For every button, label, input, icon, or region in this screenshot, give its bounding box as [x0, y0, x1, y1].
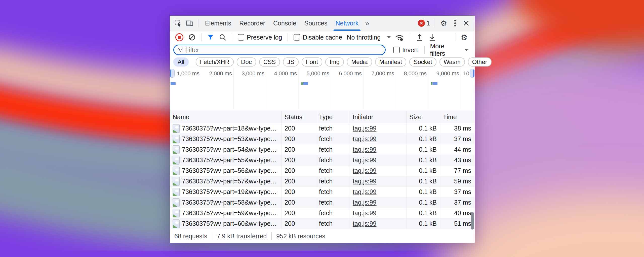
divider [288, 33, 288, 41]
timeline-right-handle[interactable] [470, 69, 475, 78]
network-activity-marker [431, 82, 437, 85]
tab-sources[interactable]: Sources [300, 16, 332, 31]
invert-checkbox[interactable] [393, 47, 400, 53]
column-header-status[interactable]: Status [282, 111, 316, 123]
chip-fetch-xhr[interactable]: Fetch/XHR [196, 57, 234, 67]
table-row[interactable]: 73630375?wv-part=57&wv-type… 200 fetch t… [170, 176, 475, 187]
timeline-tick: 6,000 ms [363, 68, 364, 109]
timeline-tick: 3,000 ms [266, 68, 266, 109]
resource-file-icon [173, 188, 180, 196]
preserve-log-checkbox[interactable] [238, 34, 244, 41]
export-har-icon[interactable] [426, 34, 438, 41]
import-har-icon[interactable] [414, 34, 425, 41]
kebab-menu-icon[interactable] [451, 19, 460, 27]
preserve-log-toggle[interactable]: Preserve log [238, 34, 282, 41]
network-overview-timeline[interactable]: 1,000 ms 2,000 ms 3,000 ms 4,000 ms 5,00… [170, 68, 475, 111]
initiator-link[interactable]: tag.js:99 [353, 135, 377, 143]
error-count-badge[interactable]: ✕ 1 [418, 20, 430, 27]
table-row[interactable]: 73630375?wv-part=59&wv-type… 200 fetch t… [170, 208, 475, 218]
table-row[interactable]: 73630375?wv-part=60&wv-type… 200 fetch t… [170, 218, 475, 229]
timeline-tick: 4,000 ms [298, 68, 299, 109]
network-conditions-icon[interactable] [393, 33, 406, 41]
disable-cache-checkbox[interactable] [294, 34, 300, 41]
inspect-element-icon[interactable] [172, 16, 184, 31]
initiator-link[interactable]: tag.js:99 [353, 178, 377, 185]
tab-network[interactable]: Network [332, 16, 363, 31]
table-row[interactable]: 73630375?wv-part=54&wv-type… 200 fetch t… [170, 144, 475, 155]
table-row[interactable]: 73630375?wv-part=18&wv-type… 200 fetch t… [170, 123, 475, 134]
filter-funnel-icon[interactable] [205, 34, 216, 41]
clear-network-log-icon[interactable] [186, 34, 197, 41]
initiator-link[interactable]: tag.js:99 [353, 156, 377, 164]
filter-input[interactable] [185, 46, 385, 54]
close-icon[interactable] [461, 20, 471, 26]
table-row[interactable]: 73630375?wv-part=58&wv-type… 200 fetch t… [170, 197, 475, 208]
chip-img[interactable]: Img [325, 57, 344, 67]
column-header-time[interactable]: Time [440, 111, 475, 123]
chip-socket[interactable]: Socket [409, 57, 436, 67]
resource-file-icon [173, 177, 180, 186]
chip-css[interactable]: CSS [259, 57, 280, 67]
device-toolbar-icon[interactable] [184, 16, 195, 31]
resource-file-icon [173, 167, 180, 175]
more-filters-label: More filters [430, 43, 461, 57]
transferred-size: 7.9 kB transferred [217, 233, 267, 240]
tab-console[interactable]: Console [269, 16, 300, 31]
tab-recorder[interactable]: Recorder [235, 16, 269, 31]
network-settings-gear-icon[interactable]: ⚙ [459, 33, 470, 42]
initiator-link[interactable]: tag.js:99 [353, 146, 377, 153]
initiator-link[interactable]: tag.js:99 [353, 199, 377, 206]
settings-gear-icon[interactable]: ⚙ [438, 19, 449, 28]
timeline-tick: 7,000 ms [396, 68, 396, 109]
resource-file-icon [173, 198, 180, 207]
devtools-tab-bar: Elements Recorder Console Sources Networ… [170, 16, 475, 31]
chip-media[interactable]: Media [347, 57, 372, 67]
column-header-size[interactable]: Size [407, 111, 440, 123]
chip-all[interactable]: All [173, 57, 189, 67]
column-header-initiator[interactable]: Initiator [350, 111, 407, 123]
chip-font[interactable]: Font [302, 57, 322, 67]
table-row[interactable]: 73630375?wv-part=55&wv-type… 200 fetch t… [170, 155, 475, 166]
chip-other[interactable]: Other [468, 57, 492, 67]
chip-manifest[interactable]: Manifest [375, 57, 407, 67]
divider [198, 19, 198, 27]
timeline-left-handle[interactable] [170, 69, 175, 78]
divider [212, 232, 212, 240]
column-header-type[interactable]: Type [316, 111, 350, 123]
disable-cache-toggle[interactable]: Disable cache [294, 34, 342, 41]
more-filters-dropdown[interactable]: More filters [430, 43, 468, 57]
chip-js[interactable]: JS [283, 57, 299, 67]
resources-size: 952 kB resources [276, 233, 325, 240]
timeline-tick: 1,000 ms [201, 68, 201, 109]
initiator-link[interactable]: tag.js:99 [353, 167, 377, 174]
column-header-name[interactable]: Name [170, 111, 282, 123]
preserve-log-label: Preserve log [247, 34, 282, 41]
throttling-dropdown[interactable]: No throttling [347, 34, 391, 41]
invert-toggle[interactable]: Invert [393, 46, 418, 54]
error-count: 1 [426, 20, 430, 27]
chip-doc[interactable]: Doc [237, 57, 256, 67]
divider [434, 19, 434, 27]
initiator-link[interactable]: tag.js:99 [353, 125, 377, 132]
resource-file-icon [173, 209, 180, 217]
initiator-link[interactable]: tag.js:99 [353, 220, 377, 227]
table-row[interactable]: 73630375?wv-part=19&wv-type… 200 fetch t… [170, 187, 475, 197]
more-tabs-icon[interactable]: » [363, 19, 372, 27]
resource-file-icon [173, 156, 180, 165]
vertical-scrollbar-thumb[interactable] [471, 212, 474, 230]
request-table-body: 73630375?wv-part=18&wv-type… 200 fetch t… [170, 123, 475, 229]
timeline-tick: 8,000 ms [428, 68, 428, 109]
initiator-link[interactable]: tag.js:99 [353, 209, 377, 217]
record-network-log-icon[interactable] [175, 33, 183, 41]
disable-cache-label: Disable cache [303, 34, 342, 41]
chip-wasm[interactable]: Wasm [439, 57, 465, 67]
error-icon: ✕ [418, 20, 425, 27]
search-icon[interactable] [217, 34, 228, 41]
initiator-link[interactable]: tag.js:99 [353, 188, 377, 196]
divider [424, 46, 425, 54]
table-row[interactable]: 73630375?wv-part=56&wv-type… 200 fetch t… [170, 166, 475, 176]
devtools-window: Elements Recorder Console Sources Networ… [170, 16, 475, 242]
table-row[interactable]: 73630375?wv-part=53&wv-type… 200 fetch t… [170, 134, 475, 144]
tab-elements[interactable]: Elements [201, 16, 235, 31]
filter-input-pill[interactable] [173, 45, 386, 55]
